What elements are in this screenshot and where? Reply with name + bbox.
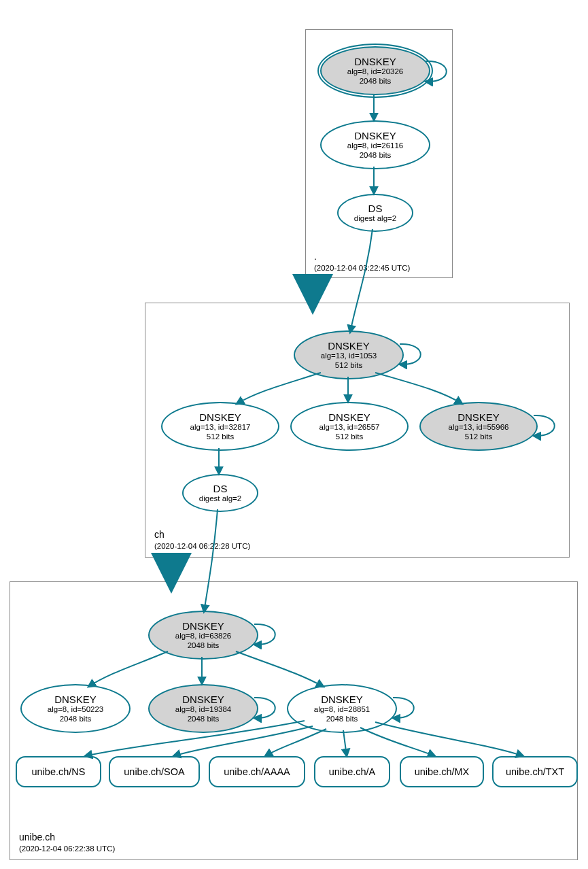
zone-root-ts: (2020-12-04 03:22:45 UTC) (314, 264, 410, 272)
zone-unibe-label: unibe.ch (19, 832, 55, 842)
dnskey-root-zsk: DNSKEY alg=8, id=26116 2048 bits (320, 120, 430, 169)
dnskey-unibe-z2: DNSKEY alg=8, id=19384 2048 bits (148, 684, 258, 733)
node-title: DNSKEY (295, 340, 402, 352)
node-line1: digest alg=2 (184, 494, 257, 503)
zone-ch-ts: (2020-12-04 06:22:28 UTC) (154, 542, 250, 550)
rrset-ns: unibe.ch/NS (16, 756, 101, 787)
rrset-soa: unibe.ch/SOA (109, 756, 200, 787)
node-title: DNSKEY (322, 56, 429, 67)
node-title: DNSKEY (150, 620, 257, 632)
dnskey-unibe-z3: DNSKEY alg=8, id=28851 2048 bits (287, 684, 397, 733)
node-title: DNSKEY (322, 130, 429, 141)
dnskey-ch-z2: DNSKEY alg=13, id=26557 512 bits (290, 402, 409, 451)
node-line1: alg=8, id=20326 (322, 67, 429, 76)
dnskey-ch-z1: DNSKEY alg=13, id=32817 512 bits (161, 402, 279, 451)
node-line2: 512 bits (421, 432, 536, 441)
dnskey-unibe-ksk: DNSKEY alg=8, id=63826 2048 bits (148, 611, 258, 660)
node-line1: alg=8, id=19384 (150, 705, 257, 714)
node-line2: 2048 bits (322, 151, 429, 160)
dnskey-unibe-z1: DNSKEY alg=8, id=50223 2048 bits (20, 684, 131, 733)
node-line1: alg=13, id=32817 (162, 423, 278, 432)
ds-ch: DS digest alg=2 (182, 474, 258, 512)
node-line2: 2048 bits (22, 715, 129, 723)
node-line1: digest alg=2 (339, 214, 412, 223)
node-title: DNSKEY (22, 694, 129, 705)
node-line2: 2048 bits (150, 715, 257, 723)
node-line1: alg=8, id=50223 (22, 705, 129, 714)
node-title: DNSKEY (162, 411, 278, 423)
zone-ch-label: ch (154, 529, 165, 540)
dnskey-ch-z3: DNSKEY alg=13, id=55966 512 bits (419, 402, 538, 451)
node-title: DS (184, 483, 257, 494)
node-line2: 2048 bits (150, 641, 257, 650)
node-line2: 2048 bits (322, 77, 429, 86)
node-line1: alg=13, id=55966 (421, 423, 536, 432)
node-line1: alg=13, id=1053 (295, 352, 402, 360)
dnskey-root-ksk: DNSKEY alg=8, id=20326 2048 bits (320, 46, 430, 95)
node-title: DNSKEY (150, 694, 257, 705)
rrset-mx: unibe.ch/MX (400, 756, 484, 787)
node-line1: alg=8, id=63826 (150, 632, 257, 641)
node-line2: 2048 bits (288, 715, 396, 723)
node-line1: alg=8, id=28851 (288, 705, 396, 714)
node-line2: 512 bits (162, 432, 278, 441)
node-line1: alg=13, id=26557 (292, 423, 407, 432)
node-title: DS (339, 203, 412, 214)
node-line2: 512 bits (295, 361, 402, 370)
rrset-txt: unibe.ch/TXT (492, 756, 578, 787)
rrset-aaaa: unibe.ch/AAAA (209, 756, 305, 787)
node-line1: alg=8, id=26116 (322, 141, 429, 150)
node-line2: 512 bits (292, 432, 407, 441)
rrset-a: unibe.ch/A (314, 756, 390, 787)
node-title: DNSKEY (288, 694, 396, 705)
zone-unibe-ts: (2020-12-04 06:22:38 UTC) (19, 845, 115, 853)
node-title: DNSKEY (421, 411, 536, 423)
zone-root-label: . (314, 251, 317, 262)
ds-root: DS digest alg=2 (337, 194, 413, 232)
dnskey-ch-ksk: DNSKEY alg=13, id=1053 512 bits (294, 330, 404, 379)
node-title: DNSKEY (292, 411, 407, 423)
